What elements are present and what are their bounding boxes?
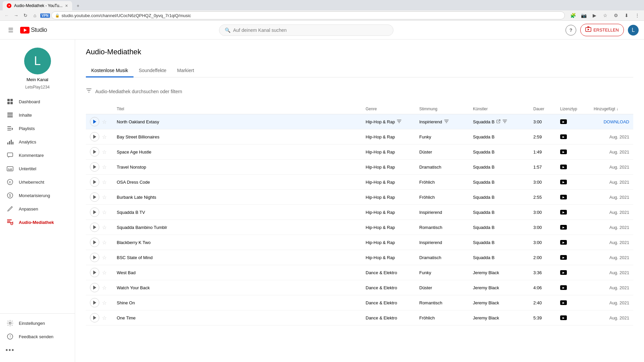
svg-rect-10 [10, 102, 13, 104]
svg-point-36 [11, 223, 12, 224]
yt-license-icon[interactable] [560, 300, 567, 305]
erstellen-btn[interactable]: ERSTELLEN [580, 24, 624, 36]
star-btn[interactable]: ☆ [101, 133, 107, 141]
sidebar-item-urheberrecht[interactable]: © Urheberrecht [0, 175, 75, 189]
search-input[interactable] [233, 27, 388, 33]
mood-text: Fröhlich [419, 195, 435, 200]
sidebar-item-analytics[interactable]: Analytics [0, 135, 75, 148]
channel-avatar[interactable]: L [24, 48, 51, 74]
camera-btn[interactable]: 📷 [580, 11, 588, 19]
play-btn[interactable] [90, 132, 99, 141]
hamburger-menu-btn[interactable]: ☰ [5, 24, 16, 37]
star-btn[interactable]: ☆ [101, 254, 107, 261]
star-btn[interactable]: ☆ [101, 224, 107, 231]
play-btn[interactable] [90, 298, 99, 307]
play-btn[interactable] [90, 177, 99, 187]
extensions-btn[interactable]: 🧩 [569, 11, 577, 19]
yt-license-icon[interactable] [560, 225, 567, 230]
svg-rect-20 [11, 140, 12, 144]
play-btn[interactable] [90, 162, 99, 172]
sidebar-item-untertitel[interactable]: Untertitel [0, 162, 75, 175]
sidebar-item-einstellungen[interactable]: Einstellungen [0, 316, 75, 330]
bookmark-btn[interactable]: ☆ [601, 11, 609, 19]
row-title: Burbank Late Nights [113, 190, 362, 205]
play-btn[interactable] [90, 207, 99, 217]
star-btn[interactable]: ☆ [101, 193, 107, 201]
download-link[interactable]: DOWNLOAD [603, 119, 629, 124]
play-btn[interactable] [90, 147, 99, 157]
artist-filter-btn[interactable] [502, 119, 507, 125]
sidebar-item-dashboard[interactable]: Dashboard [0, 95, 75, 108]
tab-kostenlose-musik[interactable]: Kostenlose Musik [86, 64, 133, 77]
sidebar-item-playlists[interactable]: Playlists [0, 122, 75, 135]
tab-close-btn[interactable]: × [65, 3, 68, 8]
download-btn[interactable]: ⬇ [623, 11, 631, 19]
row-title: Squadda B TV [113, 205, 362, 220]
sidebar-item-anpassen[interactable]: Anpassen [0, 202, 75, 216]
star-btn[interactable]: ☆ [101, 314, 107, 322]
sidebar-item-inhalte[interactable]: Inhalte [0, 108, 75, 122]
genre-filter-btn[interactable] [397, 119, 401, 125]
play-btn[interactable] [90, 253, 99, 262]
settings-btn[interactable]: ⚙ [612, 11, 620, 19]
home-btn[interactable]: ⌂ [31, 11, 39, 19]
star-btn[interactable]: ☆ [101, 284, 107, 292]
url-bar[interactable]: 🔒 studio.youtube.com/channel/UCocN6zQPHQ… [51, 11, 565, 19]
play-btn[interactable] [90, 313, 99, 322]
row-mood: Fröhlich [415, 190, 469, 205]
yt-license-icon[interactable] [560, 285, 567, 290]
artist-text: Squadda B [473, 210, 494, 215]
sidebar-item-audio-mediathek[interactable]: Audio-Mediathek [0, 216, 75, 229]
yt-license-icon[interactable] [560, 149, 567, 154]
new-tab-btn[interactable]: + [73, 1, 83, 10]
help-btn[interactable]: ? [566, 25, 576, 36]
search-bar[interactable]: 🔍 [219, 24, 393, 36]
sidebar-item-monetarisierung[interactable]: $ Monetarisierung [0, 189, 75, 202]
play-btn[interactable] [90, 223, 99, 232]
sidebar-item-kommentare[interactable]: Kommentare [0, 148, 75, 162]
tab-soundeffekte[interactable]: Soundeffekte [133, 64, 172, 77]
yt-license-icon[interactable] [560, 165, 567, 169]
yt-license-icon[interactable] [560, 255, 567, 260]
yt-studio-logo[interactable]: Studio [20, 26, 47, 34]
sidebar-item-more[interactable]: ••• [0, 343, 75, 357]
star-btn[interactable]: ☆ [101, 148, 107, 156]
artist-ext-link[interactable] [496, 119, 500, 124]
tab-markiert[interactable]: Markiert [172, 64, 200, 77]
col-header-title: Titel [113, 104, 362, 114]
play-btn[interactable] [90, 238, 99, 247]
yt-license-icon[interactable] [560, 119, 567, 124]
yt-license-icon[interactable] [560, 270, 567, 275]
star-btn[interactable]: ☆ [101, 239, 107, 246]
play-btn[interactable] [90, 117, 99, 126]
back-btn[interactable]: ← [3, 11, 11, 19]
star-btn[interactable]: ☆ [101, 299, 107, 307]
yt-license-icon[interactable] [560, 210, 567, 215]
reload-btn[interactable]: ↻ [21, 11, 30, 19]
star-btn[interactable]: ☆ [101, 178, 107, 186]
row-title: Travel Nonstop [113, 160, 362, 175]
yt-license-icon[interactable] [560, 180, 567, 184]
play-btn[interactable] [90, 283, 99, 292]
yt-license-icon[interactable] [560, 240, 567, 245]
play-btn[interactable] [90, 192, 99, 202]
sidebar-item-feedback[interactable]: ! Feedback senden [0, 330, 75, 343]
yt-license-icon[interactable] [560, 134, 567, 139]
play-btn[interactable] [90, 268, 99, 277]
row-duration: 2:00 [529, 250, 556, 265]
star-btn[interactable]: ☆ [101, 208, 107, 216]
star-btn[interactable]: ☆ [101, 163, 107, 171]
mood-filter-btn[interactable] [444, 119, 449, 125]
col-header-duration: Dauer [529, 104, 556, 114]
forward-btn[interactable]: → [12, 11, 20, 19]
user-avatar[interactable]: L [628, 25, 639, 36]
yt-license-icon[interactable] [560, 195, 567, 199]
star-btn[interactable]: ☆ [101, 118, 107, 126]
col-header-added[interactable]: Hinzugefügt ↓ [590, 104, 633, 114]
menu-btn[interactable]: ⋮ [633, 11, 641, 19]
star-btn[interactable]: ☆ [101, 269, 107, 277]
media-btn[interactable]: ▶ [590, 11, 598, 19]
browser-tab[interactable]: Audio-Mediathek - YouTu... × [3, 1, 72, 10]
einstellungen-icon [7, 320, 13, 326]
yt-license-icon[interactable] [560, 315, 567, 320]
